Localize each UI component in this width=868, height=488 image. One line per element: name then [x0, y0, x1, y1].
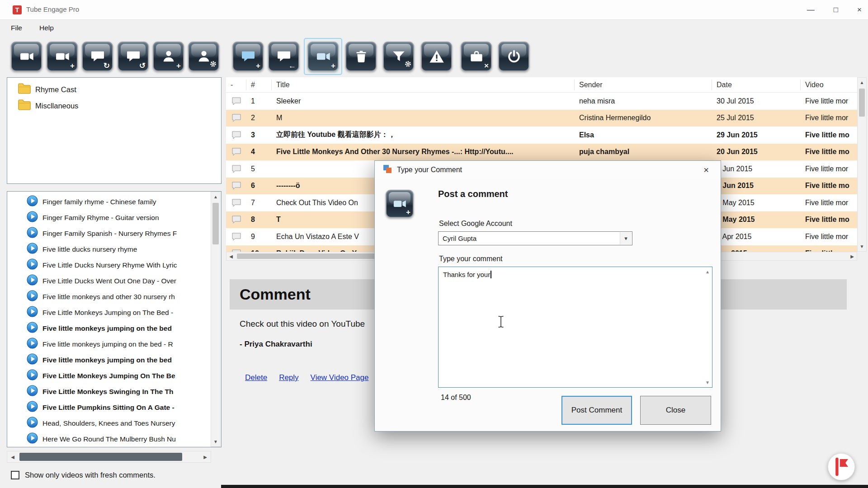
folder-item[interactable]: Rhyme Cast: [7, 81, 221, 98]
table-row[interactable]: 1Sleekerneha misra30 Jul 2015Five little…: [226, 93, 857, 110]
col-num[interactable]: #: [246, 80, 272, 90]
video-label: Five little monkeys jumping on the bed: [42, 324, 172, 333]
video-label: Five Little Monkeys Jumping On The Be: [42, 372, 175, 380]
toolbar-button-delete[interactable]: [345, 42, 377, 71]
video-label: Five Little Monkeys Jumping on The Bed -: [42, 309, 173, 317]
toolbar-button-refresh-comments[interactable]: ↻: [82, 42, 113, 71]
video-label: Five Little Ducks Nursery Rhyme With Lyr…: [42, 261, 177, 269]
video-label: Five Little Monkeys Swinging In The Th: [42, 388, 173, 396]
fresh-comments-checkbox[interactable]: [11, 471, 19, 479]
col-dash[interactable]: -: [226, 80, 246, 90]
scroll-up-icon[interactable]: ▲: [211, 192, 220, 202]
video-list-item[interactable]: Five Little Ducks Went Out One Day - Ove…: [7, 273, 212, 289]
toolbar-button-new-comment[interactable]: +: [232, 42, 264, 71]
dialog-title-bar[interactable]: Type your Comment ×: [375, 161, 721, 179]
toolbar-button-alerts[interactable]: [421, 42, 452, 71]
comment-bubble-icon: [226, 181, 246, 190]
scrollbar-thumb[interactable]: [859, 89, 865, 117]
comment-bubble-icon: [226, 215, 246, 224]
video-label: Five Little Pumpkins Sitting On A Gate -: [42, 404, 175, 412]
toolbar-button-sync-comments[interactable]: ↺: [118, 42, 149, 71]
scroll-up-icon[interactable]: ▲: [705, 269, 710, 274]
scroll-right-icon[interactable]: ▶: [200, 451, 211, 462]
scroll-down-icon[interactable]: ▼: [705, 380, 710, 385]
col-sender[interactable]: Sender: [575, 80, 712, 90]
video-list-item[interactable]: Head, Shoulders, Knees and Toes Nursery: [7, 415, 212, 431]
video-list-item[interactable]: Five little monkeys jumping on the bed: [7, 320, 212, 336]
video-list-vscrollbar[interactable]: ▲ ▼: [211, 192, 221, 447]
reply-link[interactable]: Reply: [279, 373, 298, 382]
scroll-right-icon[interactable]: ▶: [848, 252, 857, 260]
comment-bubble-icon: [226, 232, 246, 241]
video-list-item[interactable]: Five Little Pumpkins Sitting On A Gate -: [7, 399, 212, 415]
scrollbar-thumb[interactable]: [212, 203, 219, 244]
toolbar-button-reply-comment[interactable]: ←: [268, 42, 299, 71]
toolbar-button-remove-campaign[interactable]: ×: [461, 42, 492, 71]
table-vscrollbar[interactable]: ▲ ▼: [857, 77, 867, 252]
comment-textarea[interactable]: Thanks for your ▲ ▼: [438, 267, 712, 388]
video-list-item[interactable]: Finger family rhyme - Chinese family: [7, 194, 212, 210]
close-dialog-button[interactable]: Close: [640, 396, 711, 425]
folder-item[interactable]: Miscllaneous: [7, 98, 221, 114]
scroll-left-icon[interactable]: ◀: [7, 451, 18, 462]
dialog-heading: Post a comment: [438, 189, 508, 199]
play-icon: [27, 322, 38, 335]
scrollbar-thumb[interactable]: [19, 453, 182, 461]
close-button[interactable]: ×: [857, 5, 862, 14]
video-list-item[interactable]: Five little ducks nursery rhyme: [7, 241, 212, 257]
table-row[interactable]: 2MCristina Hermenegildo25 Jul 2015Five l…: [226, 110, 857, 127]
play-icon: [27, 243, 38, 256]
toolbar-button-add-account[interactable]: +: [153, 42, 184, 71]
menu-file[interactable]: File: [11, 24, 22, 32]
refresh-badge-icon: ↺: [139, 62, 146, 70]
gear-badge-icon: [404, 60, 412, 70]
play-icon: [27, 338, 38, 351]
video-list-item[interactable]: Five Little Monkeys Jumping On The Be: [7, 368, 212, 384]
video-list-item[interactable]: Five Little Ducks Nursery Rhyme With Lyr…: [7, 257, 212, 273]
video-list-item[interactable]: Five little monkeys jumping on the bed -…: [7, 336, 212, 352]
power-icon: [499, 42, 528, 70]
table-header: - # Title Sender Date Video: [226, 77, 857, 93]
menu-help[interactable]: Help: [39, 24, 54, 32]
google-account-select[interactable]: Cyril Gupta ▾: [438, 231, 632, 245]
scroll-down-icon[interactable]: ▼: [858, 242, 866, 251]
video-label: Five little monkeys jumping on the bed -…: [42, 340, 173, 348]
col-title[interactable]: Title: [272, 80, 575, 90]
video-list-item[interactable]: Five little monkeys jumping on the bed: [7, 352, 212, 368]
table-row[interactable]: 4Five Little Monkeys And Other 30 Nurser…: [226, 144, 857, 161]
toolbar-button-account-settings[interactable]: [188, 42, 219, 71]
col-video[interactable]: Video: [801, 80, 857, 90]
toolbar-button-add-video[interactable]: +: [47, 42, 78, 71]
comment-bubble-icon: [226, 113, 246, 122]
scroll-up-icon[interactable]: ▲: [858, 78, 866, 87]
toolbar-button-post-video-comment[interactable]: +: [307, 42, 339, 71]
toolbar-button-exit[interactable]: [498, 42, 529, 71]
col-date[interactable]: Date: [712, 80, 801, 90]
play-icon: [27, 306, 38, 319]
brand-logo: [827, 453, 855, 481]
video-list-item[interactable]: Five little monkeys and other 30 nursery…: [7, 289, 212, 305]
video-list-item[interactable]: Five Little Monkeys Swinging In The Th: [7, 384, 212, 399]
dialog-close-icon[interactable]: ×: [698, 164, 714, 176]
comment-text: Check out this video on YouTube: [240, 319, 365, 329]
delete-link[interactable]: Delete: [245, 373, 267, 382]
toolbar-button-load-videos[interactable]: [11, 42, 42, 71]
view-video-page-link[interactable]: View Video Page: [311, 373, 369, 382]
post-comment-button[interactable]: Post Comment: [561, 396, 632, 425]
video-list-hscrollbar[interactable]: ◀ ▶: [7, 451, 211, 463]
video-list-item[interactable]: Finger Family Spanish - Nursery Rhymes F: [7, 225, 212, 241]
scroll-down-icon[interactable]: ▼: [211, 437, 220, 446]
chevron-down-icon[interactable]: ▾: [620, 232, 632, 244]
minimize-button[interactable]: —: [807, 5, 815, 14]
comment-actions: Delete Reply View Video Page: [245, 373, 368, 382]
scroll-left-icon[interactable]: ◀: [226, 252, 236, 260]
video-list-item[interactable]: Here We Go Round The Mulberry Bush Nu: [7, 431, 212, 447]
table-row[interactable]: 3立即前往 Youtube 觀看這部影片：，Elsa29 Jun 2015Fiv…: [226, 127, 857, 144]
toolbar-button-filter-settings[interactable]: [383, 42, 414, 71]
video-list-item[interactable]: Five Little Monkeys Jumping on The Bed -: [7, 305, 212, 320]
video-list-item[interactable]: Finger Family Rhyme - Guitar version: [7, 210, 212, 225]
play-icon: [27, 274, 38, 287]
fresh-comments-filter: Show only videos with fresh comments.: [11, 471, 156, 479]
mouse-cursor-ibeam: [497, 315, 505, 330]
maximize-button[interactable]: □: [834, 5, 838, 14]
